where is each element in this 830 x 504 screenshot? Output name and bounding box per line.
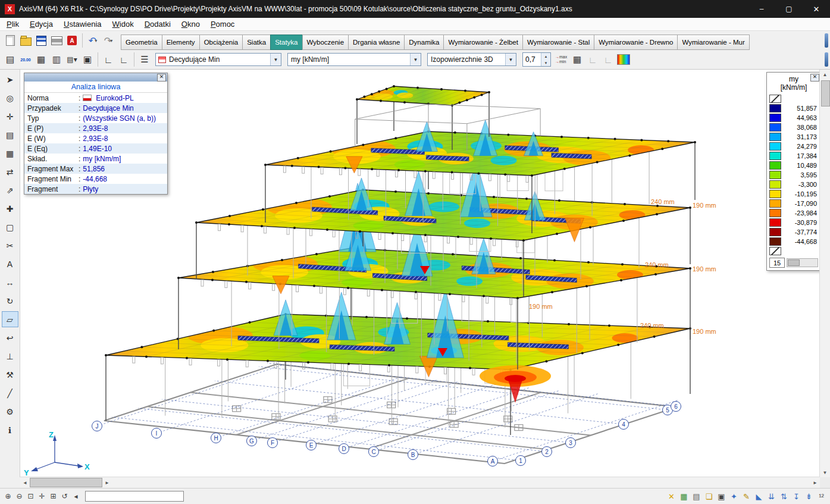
scroll-right-inner-icon[interactable]: ►	[102, 478, 112, 487]
dimension-icon[interactable]: ↔	[2, 274, 18, 290]
component-combo[interactable]: my [kNm/m] ▼	[287, 53, 421, 66]
scroll-down-icon[interactable]: ▼	[820, 468, 830, 477]
workplane-icon[interactable]: ▱	[2, 311, 18, 327]
spin-up-icon[interactable]: ▲	[541, 53, 550, 60]
parts-icon[interactable]: ✦	[728, 490, 740, 502]
toolbar-dock-handle[interactable]	[825, 33, 828, 48]
vertical-scroll-thumb[interactable]	[821, 80, 830, 107]
display-icon[interactable]: ▣	[715, 490, 728, 502]
undo-view-icon[interactable]: ↺	[59, 491, 70, 502]
selection-frame-icon[interactable]: ▢	[2, 219, 18, 235]
menu-plik[interactable]: Plik	[1, 18, 24, 30]
result-tables-icon[interactable]: ☰	[137, 52, 152, 67]
menu-edycja[interactable]: Edycja	[24, 18, 58, 30]
tab-siatka[interactable]: Siatka	[242, 35, 270, 50]
redo-icon[interactable]: ↷▾	[101, 33, 116, 48]
down-arrows-icon[interactable]: ⇊	[765, 490, 778, 502]
menu-dodatki[interactable]: Dodatki	[139, 18, 176, 30]
chevron-down-icon[interactable]: ▼	[505, 54, 516, 65]
grid-toggle-icon[interactable]: ▦	[678, 490, 690, 502]
tab-wymiarowanie-drewno[interactable]: Wymiarowanie - Drewno	[594, 35, 677, 50]
snap-toggle-icon[interactable]: ✕	[665, 490, 678, 502]
tab-wymiarowanie-stal[interactable]: Wymiarowanie - Stal	[522, 35, 594, 50]
scroll-right-icon[interactable]: ►	[810, 478, 820, 487]
vertical-scrollbar[interactable]: ▲ ▼	[819, 70, 830, 477]
display-options-icon[interactable]: ▣	[80, 52, 95, 67]
close-button[interactable]: ✕	[803, 0, 830, 18]
menu-ustawienia[interactable]: Ustawienia	[58, 18, 107, 30]
panel-header[interactable]: ✕	[24, 73, 167, 82]
new-file-icon[interactable]	[2, 33, 18, 48]
tab-wymiarowanie-mur[interactable]: Wymiarowanie - Mur	[677, 35, 749, 50]
zoom-in-icon[interactable]: ⊕	[2, 491, 14, 502]
spin-down-icon[interactable]: ▼	[541, 60, 550, 66]
scroll-left-icon[interactable]: ◄	[20, 478, 30, 487]
scale-spinner[interactable]: 0,7 ▲▼	[522, 52, 551, 67]
tab-statyka[interactable]: Statyka	[270, 35, 302, 50]
pan-view-icon[interactable]: ✛	[2, 108, 18, 124]
drop-icon[interactable]: ↧	[790, 490, 803, 502]
zoom-fit-icon[interactable]: ⊡	[25, 491, 36, 502]
diagram-right-icon[interactable]: ∟	[116, 52, 131, 67]
tab-elementy[interactable]: Elementy	[162, 35, 199, 50]
chevron-down-icon[interactable]: ▼	[410, 54, 421, 65]
numbering-icon[interactable]: ¹²	[815, 490, 828, 502]
close-icon[interactable]: ✕	[810, 74, 819, 82]
menu-widok[interactable]: Widok	[107, 18, 139, 30]
legend-level-slider[interactable]	[787, 258, 818, 267]
zoom-icon[interactable]: ◎	[2, 90, 18, 106]
layers-icon[interactable]: ❏	[703, 490, 715, 502]
color-coding-icon[interactable]: ▦	[2, 145, 18, 161]
tab-drgania-wlasne[interactable]: Drgania własne	[348, 35, 404, 50]
edit-icon[interactable]: ✎	[740, 490, 753, 502]
info-icon[interactable]: ℹ	[2, 422, 18, 438]
isosurface-colors-icon[interactable]	[616, 52, 631, 67]
hammer-icon[interactable]: ⚒	[2, 367, 18, 383]
ruler-icon[interactable]: ◣	[753, 490, 765, 502]
pdf-export-icon[interactable]: A	[64, 33, 80, 48]
parts-icon[interactable]: ⇄	[2, 164, 18, 180]
result-table-icon[interactable]: ▦	[569, 52, 585, 67]
command-input[interactable]	[85, 491, 184, 502]
perpendicular-icon[interactable]: ⊥	[2, 348, 18, 364]
guidelines-icon[interactable]: ⇗	[2, 182, 18, 198]
save-icon[interactable]	[33, 33, 49, 48]
rotate-icon[interactable]: ↻	[2, 293, 18, 309]
print-icon[interactable]	[49, 33, 64, 48]
tab-obciazenia[interactable]: Obciążenia	[199, 35, 243, 50]
zoom-window-icon[interactable]: ⊞	[48, 491, 59, 502]
open-folder-icon[interactable]	[18, 33, 33, 48]
drawings-library-icon[interactable]: ▤▾	[64, 52, 80, 67]
menu-pomoc[interactable]: Pomoc	[205, 18, 240, 30]
scroll-up-icon[interactable]: ▲	[820, 70, 830, 79]
select-icon[interactable]: ➤	[2, 71, 18, 87]
minmax-markers-icon[interactable]: →max→min	[554, 52, 569, 67]
undo-icon[interactable]: ↶▾	[85, 33, 101, 48]
clipboard-icon[interactable]: ▤	[2, 127, 18, 143]
legend-level-count[interactable]: 15	[769, 258, 785, 268]
tab-wymiarowanie-zelbet[interactable]: Wymiarowanie - Żelbet	[443, 35, 522, 50]
table-browser-icon[interactable]: ▥	[49, 52, 64, 67]
dimension-lines-icon[interactable]: 20.00	[18, 52, 33, 67]
cut-icon[interactable]: ✂	[2, 237, 18, 253]
ruler-icon[interactable]: ╱	[2, 385, 18, 401]
close-icon[interactable]: ✕	[157, 74, 166, 82]
wrench-icon[interactable]: ⚙	[2, 403, 18, 420]
tab-dynamika[interactable]: Dynamika	[404, 35, 443, 50]
toolbar-dock-handle-2[interactable]	[825, 52, 828, 67]
move-icon[interactable]: ✚	[2, 201, 18, 217]
zoom-out-icon[interactable]: ⊖	[14, 491, 25, 502]
maximize-button[interactable]: ▢	[775, 0, 803, 18]
table-icon[interactable]: ▤	[690, 490, 703, 502]
horizontal-scroll-thumb[interactable]	[30, 478, 102, 487]
tab-geometria[interactable]: Geometria	[121, 35, 162, 50]
return-icon[interactable]: ↩	[2, 330, 18, 346]
display-mode-combo[interactable]: Izopowierzchnie 3D ▼	[427, 53, 516, 66]
horizontal-scrollbar[interactable]: ◄ ► ►	[20, 477, 820, 488]
minimize-button[interactable]: –	[748, 0, 775, 18]
result-display-icon[interactable]: ▤	[2, 52, 18, 67]
mesh-view-icon[interactable]: ▦	[33, 52, 49, 67]
pan-icon[interactable]: ✛	[36, 491, 48, 502]
prev-view-icon[interactable]: ◂	[70, 491, 82, 502]
tab-wyboczenie[interactable]: Wyboczenie	[302, 35, 349, 50]
